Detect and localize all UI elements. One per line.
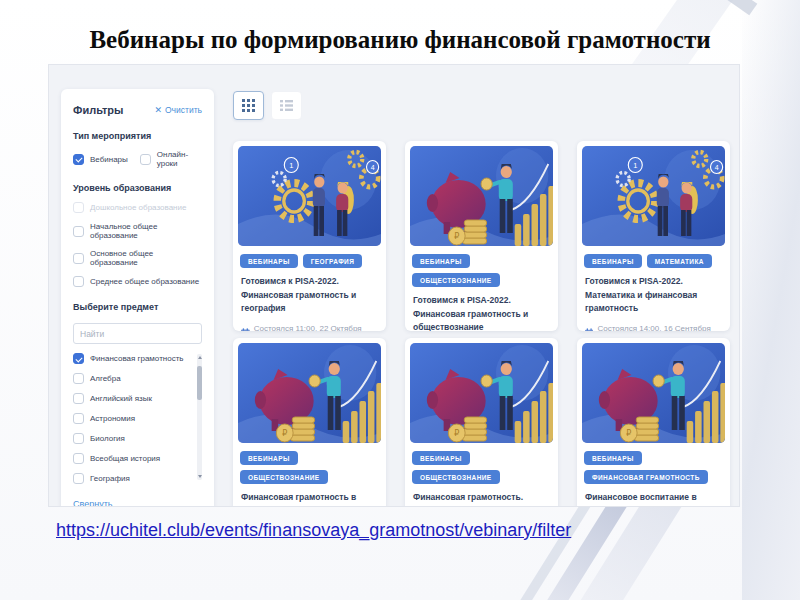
subject-section-label: Выберите предмет bbox=[73, 302, 202, 312]
svg-text:₽: ₽ bbox=[454, 231, 460, 241]
source-url-link[interactable]: https://uchitel.club/events/finansovaya_… bbox=[56, 520, 571, 541]
webinar-title[interactable]: Готовимся к PISA-2022. Финансовая грамот… bbox=[241, 275, 378, 316]
scroll-down-icon bbox=[198, 475, 202, 478]
checkbox-icon bbox=[73, 276, 84, 287]
badge-webinars[interactable]: ВЕБИНАРЫ bbox=[412, 451, 470, 465]
checkbox-primary-education[interactable]: Начальное общее образование bbox=[73, 222, 202, 240]
grid-view-button[interactable] bbox=[233, 91, 264, 120]
badge-webinars[interactable]: ВЕБИНАРЫ bbox=[412, 254, 470, 268]
checkbox-label: Астрономия bbox=[90, 414, 135, 423]
checkbox-label: Биология bbox=[90, 434, 125, 443]
grid-view-icon bbox=[242, 99, 255, 112]
checkbox-subject-english[interactable]: Английский язык bbox=[73, 393, 192, 404]
badge-webinars[interactable]: ВЕБИНАРЫ bbox=[584, 254, 642, 268]
webinar-card[interactable]: 1 4 bbox=[577, 141, 730, 331]
webinar-date-text: Состоялся 14:00, 16 Сентября 2021 bbox=[597, 324, 722, 331]
webinar-card[interactable]: ₽ ВЕБИНАРЫ ОБЩЕСТВОЗНАНИЕ Финансовая гра… bbox=[233, 338, 386, 507]
list-view-button[interactable] bbox=[271, 91, 302, 120]
webinar-title[interactable]: Готовимся к PISA-2022. Финансовая грамот… bbox=[413, 294, 550, 331]
badge-financial-literacy[interactable]: ФИНАНСОВАЯ ГРАМОТНОСТЬ bbox=[584, 470, 708, 484]
checkbox-subject-financial-literacy[interactable]: Финансовая грамотность bbox=[73, 353, 192, 364]
presentation-slide: Вебинары по формированию финансовой грам… bbox=[0, 0, 800, 600]
checkbox-online-lessons[interactable]: Онлайн-уроки bbox=[140, 150, 202, 168]
badge-row: ВЕБИНАРЫ ОБЩЕСТВОЗНАНИЕ bbox=[240, 451, 379, 484]
badge-geography[interactable]: ГЕОГРАФИЯ bbox=[303, 254, 363, 268]
scrollbar-thumb[interactable] bbox=[197, 366, 202, 400]
webinar-date: Состоялся 11:00, 22 Октября 2021 bbox=[241, 324, 378, 331]
badge-row: ВЕБИНАРЫ ОБЩЕСТВОЗНАНИЕ bbox=[412, 254, 551, 287]
close-icon: ✕ bbox=[154, 105, 162, 115]
collapse-subjects-link[interactable]: Свернуть bbox=[73, 499, 112, 507]
checkbox-preschool-education: Дошкольное образование bbox=[73, 202, 202, 213]
webinar-date-text: Состоялся 11:00, 22 Октября 2021 bbox=[254, 324, 378, 331]
svg-text:1: 1 bbox=[289, 161, 293, 170]
website-screenshot: Фильтры ✕ Очистить Тип мероприятия Вебин… bbox=[48, 64, 740, 507]
badge-social-studies[interactable]: ОБЩЕСТВОЗНАНИЕ bbox=[240, 470, 328, 484]
checkbox-icon bbox=[73, 433, 84, 444]
svg-text:4: 4 bbox=[715, 163, 719, 172]
checkbox-subject-astronomy[interactable]: Астрономия bbox=[73, 413, 192, 424]
checkbox-secondary-education[interactable]: Среднее общее образование bbox=[73, 276, 202, 287]
badge-webinars[interactable]: ВЕБИНАРЫ bbox=[584, 451, 642, 465]
webinar-card[interactable]: ₽ ВЕБИНАРЫ ОБЩЕСТВОЗНАНИЕ Готовимся к PI… bbox=[405, 141, 558, 331]
svg-text:₽: ₽ bbox=[626, 428, 632, 438]
webinar-title[interactable]: Финансовое воспитание в семье и в bbox=[585, 491, 722, 507]
education-level-section-label: Уровень образования bbox=[73, 183, 202, 193]
webinar-card[interactable]: ₽ ВЕБИНАРЫ ОБЩЕСТВОЗНАНИЕ Финансовая гра… bbox=[405, 338, 558, 507]
calendar-icon bbox=[585, 328, 593, 331]
webinar-title[interactable]: Готовимся к PISA-2022. Математика и фина… bbox=[585, 275, 722, 316]
svg-text:1: 1 bbox=[633, 161, 637, 170]
checkbox-label: Вебинары bbox=[90, 155, 128, 164]
checkbox-subject-algebra[interactable]: Алгебра bbox=[73, 373, 192, 384]
badge-mathematics[interactable]: МАТЕМАТИКА bbox=[647, 254, 712, 268]
checkbox-webinars[interactable]: Вебинары bbox=[73, 150, 128, 168]
view-toolbar bbox=[233, 91, 302, 120]
checkbox-basic-education[interactable]: Основное общее образование bbox=[73, 249, 202, 267]
slide-title: Вебинары по формированию финансовой грам… bbox=[0, 26, 800, 54]
webinar-title[interactable]: Финансовая грамотность в школе. Ответы н… bbox=[241, 491, 378, 507]
checkbox-checked-icon bbox=[73, 353, 84, 364]
checkbox-subject-world-history[interactable]: Всеобщая история bbox=[73, 453, 192, 464]
badge-social-studies[interactable]: ОБЩЕСТВОЗНАНИЕ bbox=[412, 273, 500, 287]
background-decoration bbox=[509, 500, 592, 600]
badge-row: ВЕБИНАРЫ ФИНАНСОВАЯ ГРАМОТНОСТЬ bbox=[584, 451, 723, 484]
svg-text:4: 4 bbox=[371, 163, 375, 172]
background-decoration bbox=[725, 0, 758, 15]
background-decoration bbox=[742, 0, 800, 600]
checkbox-label: География bbox=[90, 474, 130, 483]
clear-filters-button[interactable]: ✕ Очистить bbox=[154, 105, 202, 115]
webinar-illustration-piggy-bank: ₽ bbox=[410, 343, 553, 443]
event-type-section-label: Тип мероприятия bbox=[73, 131, 202, 141]
checkbox-label: Всеобщая история bbox=[90, 454, 160, 463]
webinar-card[interactable]: ₽ ВЕБИНАРЫ ФИНАНСОВАЯ ГРАМОТНОСТЬ Финанс… bbox=[577, 338, 730, 507]
checkbox-icon bbox=[73, 473, 84, 484]
subject-search-input[interactable] bbox=[73, 323, 202, 344]
filters-title: Фильтры bbox=[73, 104, 123, 116]
webinar-illustration-gears: 1 4 bbox=[582, 146, 725, 246]
filters-header: Фильтры ✕ Очистить bbox=[73, 104, 202, 116]
webinar-card[interactable]: 1 4 bbox=[233, 141, 386, 331]
webinar-illustration-gears: 1 4 bbox=[238, 146, 381, 246]
badge-webinars[interactable]: ВЕБИНАРЫ bbox=[240, 254, 298, 268]
scroll-up-icon bbox=[198, 356, 202, 359]
list-view-icon bbox=[280, 99, 293, 112]
webinar-illustration-piggy-bank: ₽ bbox=[238, 343, 381, 443]
checkbox-subject-biology[interactable]: Биология bbox=[73, 433, 192, 444]
subject-list: Финансовая грамотность Алгебра Английски… bbox=[73, 353, 202, 484]
filters-panel: Фильтры ✕ Очистить Тип мероприятия Вебин… bbox=[61, 89, 214, 507]
badge-row: ВЕБИНАРЫ ОБЩЕСТВОЗНАНИЕ bbox=[412, 451, 551, 484]
svg-text:₽: ₽ bbox=[454, 428, 460, 438]
calendar-icon bbox=[241, 328, 250, 331]
badge-row: ВЕБИНАРЫ МАТЕМАТИКА bbox=[584, 254, 723, 268]
checkbox-icon bbox=[73, 202, 84, 213]
event-type-options: Вебинары Онлайн-уроки bbox=[73, 150, 202, 168]
badge-webinars[interactable]: ВЕБИНАРЫ bbox=[240, 451, 298, 465]
checkbox-subject-geography[interactable]: География bbox=[73, 473, 192, 484]
svg-text:₽: ₽ bbox=[282, 428, 288, 438]
subject-list-scrollbar[interactable] bbox=[197, 354, 202, 480]
checkbox-label: Основное общее образование bbox=[90, 249, 202, 267]
checkbox-icon bbox=[73, 253, 84, 264]
webinar-title[interactable]: Финансовая грамотность. Цифровой мир: ка… bbox=[413, 491, 550, 507]
webinar-date: Состоялся 14:00, 16 Сентября 2021 bbox=[585, 324, 722, 331]
badge-social-studies[interactable]: ОБЩЕСТВОЗНАНИЕ bbox=[412, 470, 500, 484]
